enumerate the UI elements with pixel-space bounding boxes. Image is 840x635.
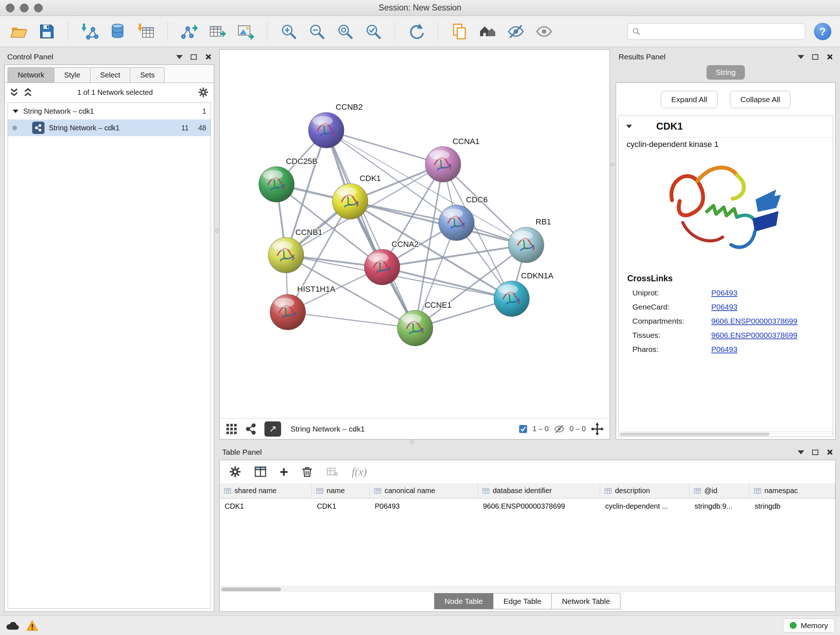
document-button[interactable] — [450, 22, 469, 41]
network-graph[interactable]: CCNB2CCNA1CDC25BCDK1CDC6RB1CCNB1CCNA2CDK… — [219, 50, 609, 418]
pan-crosshair-icon[interactable] — [591, 423, 604, 435]
memory-button[interactable]: Memory — [783, 618, 835, 633]
selected-checkbox-icon[interactable] — [519, 424, 527, 433]
search-input[interactable] — [644, 27, 801, 36]
string-results-tab[interactable]: String — [706, 65, 745, 80]
tissues-link[interactable]: 9606.ENSP00000378699 — [711, 331, 824, 340]
tab-node-table[interactable]: Node Table — [434, 593, 493, 609]
edge-CDK1-RB1[interactable] — [350, 201, 526, 245]
cell-shared-name[interactable]: CDK1 — [219, 499, 312, 514]
network-options-gear-icon[interactable] — [198, 87, 209, 98]
edge-CCNB2-CCNA1[interactable] — [326, 130, 443, 165]
collapse-panel-icon[interactable] — [798, 55, 804, 59]
edge-CCNE1-HIST1H1A[interactable] — [287, 312, 415, 328]
edge-CCNB2-CCNE1[interactable] — [326, 130, 415, 328]
birdseye-view-icon[interactable] — [245, 423, 257, 435]
node-CCNB2[interactable]: CCNB2 — [309, 103, 363, 148]
help-button[interactable]: ? — [814, 23, 831, 40]
tab-network-table[interactable]: Network Table — [551, 593, 621, 609]
export-image-button[interactable] — [236, 22, 256, 41]
column-header-database-identifier[interactable]: database identifier — [478, 483, 600, 499]
tab-sets[interactable]: Sets — [130, 67, 164, 82]
pharos-link[interactable]: P06493 — [711, 345, 824, 354]
detach-view-button[interactable]: ↗ — [264, 421, 281, 437]
cell-id[interactable]: stringdb:9... — [690, 499, 750, 514]
hidden-eye-slash-icon[interactable] — [554, 424, 565, 434]
minimize-window-button[interactable] — [20, 4, 28, 12]
node-CCNA1[interactable]: CCNA1 — [425, 137, 480, 182]
compartments-link[interactable]: 9606.ENSP00000378699 — [711, 317, 824, 325]
export-network-button[interactable] — [180, 22, 199, 41]
grid-view-icon[interactable] — [225, 423, 238, 435]
disclosure-triangle-icon[interactable] — [13, 109, 18, 112]
results-horizontal-scrollbar[interactable] — [619, 431, 833, 437]
node-CDKN1A[interactable]: CDKN1A — [494, 271, 554, 317]
section-disclosure-icon[interactable] — [626, 125, 632, 128]
tab-network[interactable]: Network — [8, 67, 54, 82]
scrollbar-thumb[interactable] — [620, 432, 769, 436]
close-panel-icon[interactable] — [205, 54, 211, 60]
homes-button[interactable] — [478, 22, 497, 41]
network-row[interactable]: String Network – cdk1 11 48 — [8, 119, 210, 136]
table-options-button[interactable] — [229, 466, 241, 478]
column-header-namespace[interactable]: namespac — [750, 483, 835, 499]
node-CDK1[interactable]: CDK1 — [332, 174, 381, 219]
warnings-button[interactable] — [26, 620, 38, 631]
node-RB1[interactable]: RB1 — [508, 217, 551, 263]
protein-section-header[interactable]: CDK1 — [619, 116, 833, 138]
float-panel-icon[interactable] — [812, 450, 818, 455]
maximize-window-button[interactable] — [34, 4, 43, 12]
cell-description[interactable]: cyclin-dependent ... — [600, 499, 690, 514]
delete-table-button-disabled[interactable] — [326, 466, 339, 478]
close-window-button[interactable] — [6, 4, 14, 12]
column-header-canonical-name[interactable]: canonical name — [370, 483, 478, 499]
uniprot-link[interactable]: P06493 — [711, 288, 824, 297]
open-session-button[interactable] — [9, 22, 28, 41]
import-table-button[interactable] — [136, 22, 156, 41]
expand-all-button[interactable]: Expand All — [661, 91, 718, 108]
zoom-in-button[interactable] — [279, 22, 298, 41]
table-horizontal-scrollbar[interactable] — [219, 586, 835, 592]
import-network-file-button[interactable] — [80, 22, 99, 41]
zoom-fit-button[interactable] — [335, 22, 355, 41]
tab-select[interactable]: Select — [90, 67, 131, 82]
float-panel-icon[interactable] — [191, 54, 197, 60]
collapse-panel-icon[interactable] — [176, 55, 183, 59]
float-panel-icon[interactable] — [812, 54, 818, 60]
cell-namespace[interactable]: stringdb — [750, 499, 835, 514]
hide-details-button[interactable] — [506, 22, 526, 41]
cell-database-identifier[interactable]: 9606.ENSP00000378699 — [478, 499, 600, 514]
show-columns-button[interactable] — [254, 466, 267, 478]
create-column-button[interactable]: + — [279, 466, 288, 477]
import-network-database-button[interactable] — [108, 22, 128, 41]
column-header-name[interactable]: name — [312, 483, 370, 499]
search-field[interactable] — [627, 23, 805, 40]
expand-all-networks-icon[interactable] — [10, 88, 19, 97]
cloud-status-button[interactable] — [5, 620, 19, 631]
column-header-description[interactable]: description — [600, 483, 690, 499]
node-HIST1H1A[interactable]: HIST1H1A — [270, 285, 335, 330]
cell-canonical-name[interactable]: P06493 — [370, 499, 478, 514]
table-row[interactable]: CDK1 CDK1 P06493 9606.ENSP00000378699 cy… — [219, 499, 835, 514]
save-session-button[interactable] — [37, 22, 57, 41]
delete-column-button[interactable] — [301, 466, 313, 478]
zoom-selected-button[interactable] — [363, 22, 383, 41]
cell-name[interactable]: CDK1 — [312, 499, 370, 514]
close-panel-icon[interactable] — [826, 54, 833, 60]
function-builder-button[interactable]: f(x) — [352, 466, 367, 478]
node-CDC25B[interactable]: CDC25B — [259, 157, 317, 202]
network-view[interactable]: CCNB2CCNA1CDC25BCDK1CDC6RB1CCNB1CCNA2CDK… — [219, 49, 610, 440]
tab-edge-table[interactable]: Edge Table — [493, 593, 552, 609]
export-table-button[interactable] — [208, 22, 227, 41]
column-header-id[interactable]: @id — [690, 483, 750, 499]
network-collection-row[interactable]: String Network – cdk1 1 — [8, 103, 210, 119]
show-details-button[interactable] — [534, 22, 554, 41]
apply-layout-button[interactable] — [407, 22, 426, 41]
genecard-link[interactable]: P06493 — [711, 302, 824, 311]
column-header-shared-name[interactable]: shared name — [219, 483, 312, 499]
collapse-panel-icon[interactable] — [798, 450, 804, 454]
tab-style[interactable]: Style — [54, 67, 90, 82]
collapse-all-button[interactable]: Collapse All — [730, 91, 791, 108]
scrollbar-thumb[interactable] — [221, 587, 281, 591]
zoom-out-button[interactable] — [307, 22, 327, 41]
